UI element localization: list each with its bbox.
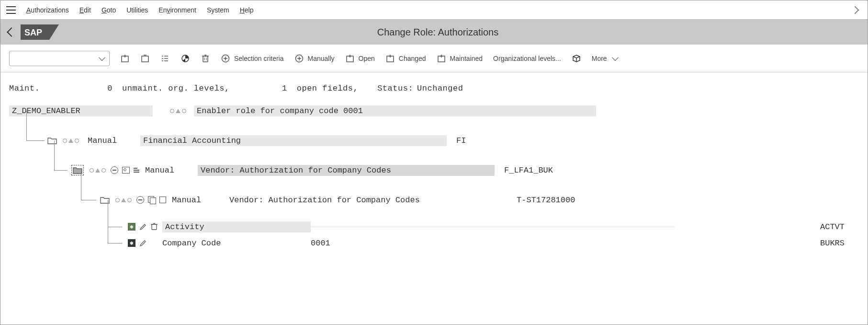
status-line: Maint. 0 unmaint. org. levels, 1 open fi… — [0, 72, 868, 98]
open-count: 1 — [230, 84, 287, 93]
open-label: Open — [359, 55, 375, 62]
object-desc: Vendor: Authorization for Company Codes — [198, 165, 495, 176]
svg-rect-36 — [152, 224, 157, 230]
menu-environment[interactable]: EnvironmentEnvironment — [158, 6, 196, 14]
selection-criteria-label: Selection criteria — [234, 55, 284, 62]
trash-icon — [201, 54, 210, 63]
tree-list-button[interactable] — [160, 51, 170, 66]
star-icon[interactable]: ✱ — [128, 239, 135, 247]
tree-list-icon — [160, 54, 170, 63]
tree-field-row[interactable]: ✱ Activity ACTVT — [9, 219, 859, 235]
field-label: Activity — [162, 221, 311, 232]
cube-icon — [572, 54, 581, 63]
unmaint-count: 0 — [98, 84, 113, 93]
folder-icon — [47, 137, 57, 144]
class-tech: FI — [456, 136, 466, 145]
titlebar: SAP Change Role: Authorizations — [0, 20, 868, 45]
field-label: Company Code — [162, 239, 311, 248]
changed-button[interactable]: Changed — [385, 51, 426, 66]
selection-criteria-button[interactable]: Selection criteria — [221, 51, 284, 66]
auth-tree: Z_DEMO_ENABLER Enabler role for company … — [0, 98, 868, 261]
chevron-down-icon — [99, 54, 105, 61]
svg-text:SAP: SAP — [24, 28, 42, 37]
traffic-light-icon — [170, 109, 186, 113]
delete-button[interactable] — [201, 51, 210, 66]
status-value: Unchanged — [417, 84, 463, 93]
field-value[interactable]: 0001 — [311, 239, 675, 248]
square-icon[interactable] — [159, 197, 166, 203]
tree-field-row[interactable]: ✱ Company Code 0001 BUKRS — [9, 235, 859, 251]
svg-rect-14 — [203, 56, 208, 62]
traffic-light-icon — [90, 168, 106, 173]
expand-maintained-icon — [437, 54, 446, 63]
auth-desc: Vendor: Authorization for Company Codes — [229, 196, 512, 205]
changed-label: Changed — [399, 55, 426, 62]
open-button[interactable]: Open — [345, 51, 375, 66]
plus-circle-icon — [294, 54, 304, 63]
open-label: open fields, — [297, 84, 358, 93]
expand-open-icon — [345, 54, 355, 63]
object-tech: F_LFA1_BUK — [504, 166, 553, 175]
folder-icon — [100, 196, 110, 204]
menu-authorizations[interactable]: AAuthorizationsuthorizations — [26, 6, 69, 14]
maintained-label: Maintained — [450, 55, 483, 62]
svg-rect-5 — [142, 56, 148, 62]
org-levels-button[interactable]: Organizational levels... — [493, 51, 561, 66]
pie-icon — [180, 54, 190, 63]
field-tech: BUKRS — [820, 239, 859, 248]
menu-utilities[interactable]: Utilities — [126, 6, 148, 14]
picture-icon[interactable] — [122, 167, 130, 174]
plus-circle-icon — [221, 54, 230, 63]
copy-icon[interactable] — [148, 196, 156, 204]
back-button[interactable] — [7, 27, 16, 37]
chevron-down-icon — [612, 54, 619, 61]
chevron-right-icon[interactable] — [851, 6, 859, 14]
maintained-button[interactable]: Maintained — [437, 51, 483, 66]
maint-label: Maint. — [9, 84, 95, 93]
menu-help[interactable]: HelpHelp — [240, 6, 254, 14]
menubar: AAuthorizationsuthorizations EditEdit Go… — [0, 0, 868, 20]
minus-circle-icon[interactable] — [136, 196, 144, 204]
expand-plus-icon — [120, 54, 130, 63]
menu-goto[interactable]: GotoGoto — [101, 6, 116, 14]
star-icon[interactable]: ✱ — [128, 223, 135, 231]
menu-system[interactable]: System — [207, 6, 229, 14]
class-maint: Manual — [88, 136, 140, 145]
tree-object-row[interactable]: Manual Vendor: Authorization for Company… — [9, 162, 859, 178]
field-value[interactable] — [311, 226, 675, 228]
more-button[interactable]: More — [592, 51, 618, 66]
auth-maint: Manual — [172, 196, 229, 205]
collapse-minus-icon — [140, 54, 150, 63]
pencil-icon[interactable] — [139, 223, 147, 231]
cube-button[interactable] — [572, 51, 581, 66]
tree-auth-row[interactable]: Manual Vendor: Authorization for Company… — [9, 192, 859, 208]
list-icon[interactable] — [134, 168, 139, 173]
window: AAuthorizationsuthorizations EditEdit Go… — [0, 0, 868, 325]
traffic-light-icon — [63, 139, 79, 143]
trash-icon[interactable] — [151, 223, 158, 231]
manually-button[interactable]: Manually — [294, 51, 335, 66]
page-title: Change Role: Authorizations — [65, 27, 811, 38]
sap-logo: SAP — [21, 23, 59, 42]
org-levels-label: Organizational levels... — [493, 55, 561, 62]
expand-subtree-button[interactable] — [120, 51, 130, 66]
variant-combo[interactable] — [9, 51, 110, 66]
tree-class-row[interactable]: Manual Financial Accounting FI — [9, 132, 859, 149]
unmaint-label: unmaint. org. levels, — [122, 84, 230, 93]
toolbar: Selection criteria Manually Open Changed… — [0, 45, 868, 72]
hamburger-icon[interactable] — [6, 6, 16, 14]
status-label: Status: — [377, 84, 413, 93]
menu-edit[interactable]: EditEdit — [79, 6, 91, 14]
root-name: Z_DEMO_ENABLER — [9, 105, 153, 116]
manually-label: Manually — [308, 55, 335, 62]
root-desc: Enabler role for company code 0001 — [194, 105, 596, 116]
expand-changed-icon — [385, 54, 395, 63]
object-maint: Manual — [145, 166, 198, 175]
collapse-subtree-button[interactable] — [140, 51, 150, 66]
legend-button[interactable] — [180, 51, 190, 66]
pencil-icon[interactable] — [139, 239, 147, 247]
minus-circle-icon[interactable] — [111, 166, 118, 174]
auth-tech: T-ST17281000 — [517, 196, 575, 205]
tree-root-row[interactable]: Z_DEMO_ENABLER Enabler role for company … — [9, 103, 859, 119]
selected-node — [71, 165, 84, 175]
